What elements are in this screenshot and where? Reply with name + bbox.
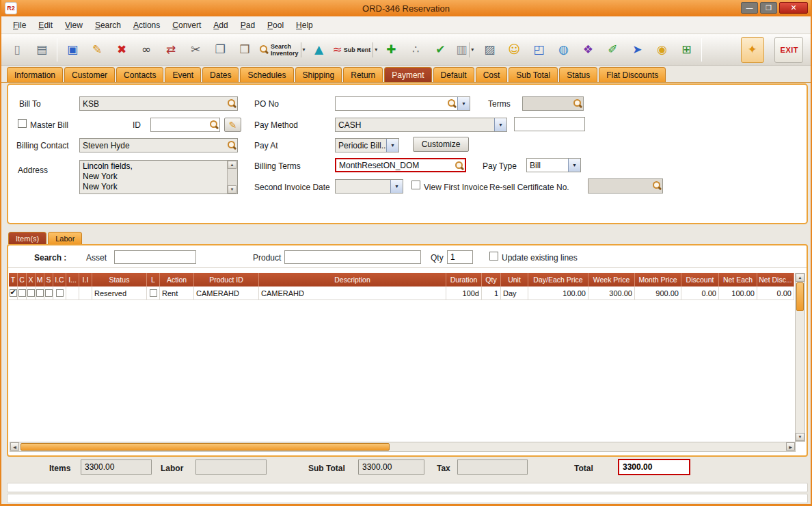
column-header-status[interactable]: Status — [92, 273, 147, 287]
customize-button[interactable]: Customize — [413, 137, 469, 152]
scroll-down-icon[interactable] — [228, 185, 236, 194]
new-document-button[interactable]: ▯ — [5, 37, 29, 63]
customer-smiley-button[interactable]: ☺ — [502, 37, 526, 63]
bill-to-search-icon[interactable] — [226, 97, 237, 110]
tab-customer[interactable]: Customer — [64, 67, 115, 82]
dropdown-arrow-icon[interactable]: ▾ — [469, 42, 474, 57]
tab-contacts[interactable]: Contacts — [116, 67, 163, 82]
column-header-t[interactable]: T — [9, 273, 18, 287]
column-header-product_id[interactable]: Product ID — [194, 273, 259, 287]
cut-button[interactable]: ✂ — [184, 37, 207, 63]
tab-event[interactable]: Event — [165, 67, 201, 82]
billing-terms-search-icon[interactable] — [454, 159, 465, 171]
dropdown-arrow-icon[interactable]: ▾ — [301, 42, 306, 57]
po-no-dropdown-arrow-icon[interactable] — [457, 97, 470, 110]
pay-at-dropdown-arrow-icon[interactable] — [386, 139, 398, 152]
print-button[interactable]: ▤ — [30, 37, 53, 63]
row-checkbox-ic[interactable] — [56, 289, 64, 297]
billing-contact-search-icon[interactable] — [226, 139, 237, 152]
tab-shipping[interactable]: Shipping — [295, 67, 342, 82]
column-header-month_price[interactable]: Month Price — [635, 273, 681, 287]
tab-flat-discounts[interactable]: Flat Discounts — [599, 67, 666, 82]
asset-input[interactable] — [114, 250, 196, 264]
resell-certificate-field[interactable] — [588, 178, 663, 194]
column-header-ic[interactable]: I.C — [53, 273, 66, 287]
address-box[interactable]: Lincoln fields, New York New York — [79, 160, 238, 194]
menu-item-search[interactable]: Search — [89, 18, 127, 33]
horizontal-scroll-thumb[interactable] — [21, 443, 390, 451]
menu-item-actions[interactable]: Actions — [127, 18, 166, 33]
address-scrollbar[interactable] — [227, 161, 237, 194]
column-header-idot[interactable]: I... — [66, 273, 79, 287]
transfer-boxes-button[interactable]: ⊞ — [675, 37, 698, 63]
pay-method-extra-field[interactable] — [514, 117, 585, 131]
row-checkbox-t[interactable] — [10, 289, 17, 297]
scroll-down-icon[interactable] — [796, 433, 804, 441]
row-checkbox-s[interactable] — [45, 289, 53, 297]
print-invoice-button[interactable]: ▨ — [478, 37, 501, 63]
column-header-action[interactable]: Action — [160, 273, 194, 287]
horizontal-scrollbar[interactable] — [10, 442, 796, 452]
key-button[interactable]: ➤ — [625, 37, 649, 63]
close-button[interactable]: ✕ — [779, 2, 808, 14]
tab-cost[interactable]: Cost — [476, 67, 508, 82]
globe-button[interactable]: ◍ — [552, 37, 575, 63]
vertical-scrollbar[interactable] — [795, 273, 805, 442]
vertical-scroll-thumb[interactable] — [796, 282, 804, 311]
package-button[interactable]: ◰ — [527, 37, 550, 63]
row-checkbox-m[interactable] — [36, 289, 44, 297]
scroll-right-icon[interactable] — [786, 442, 795, 451]
column-header-qty[interactable]: Qty — [482, 273, 501, 287]
qty-input[interactable] — [447, 250, 473, 264]
exit-button[interactable]: EXIT — [774, 37, 803, 63]
pay-method-dropdown-arrow-icon[interactable] — [494, 118, 506, 131]
menu-item-convert[interactable]: Convert — [166, 18, 207, 33]
billing-terms-field[interactable]: MonthResetON_DOM — [335, 158, 466, 172]
coins-button[interactable]: ◉ — [650, 37, 673, 63]
tab-dates[interactable]: Dates — [202, 67, 239, 82]
update-existing-lines-checkbox[interactable] — [489, 252, 498, 261]
column-header-net_disc[interactable]: Net Disc... — [757, 273, 794, 287]
search-inventory-button[interactable]: SearchInventory▾ — [258, 37, 306, 63]
find-binoculars-button[interactable]: ∞ — [135, 37, 158, 63]
terms-search-icon[interactable] — [572, 97, 583, 110]
po-no-field[interactable] — [335, 96, 470, 111]
save-button[interactable]: ▣ — [61, 37, 84, 63]
column-header-week_price[interactable]: Week Price — [588, 273, 635, 287]
column-header-discount[interactable]: Discount — [681, 273, 719, 287]
notes-check-button[interactable]: ✔ — [429, 37, 452, 63]
edit-id-button[interactable] — [224, 118, 241, 132]
pool-spheres-button[interactable]: ∴ — [404, 37, 427, 63]
tab-sub-total[interactable]: Sub Total — [509, 67, 558, 82]
id-search-icon[interactable] — [208, 118, 219, 131]
id-field[interactable] — [150, 118, 220, 132]
column-header-x[interactable]: X — [27, 273, 36, 287]
edit-pencil-button[interactable]: ✎ — [85, 37, 109, 63]
tab-schedules[interactable]: Schedules — [240, 67, 293, 82]
column-header-c[interactable]: C — [18, 273, 27, 287]
maximize-button[interactable]: ❐ — [760, 2, 777, 14]
tab-default[interactable]: Default — [433, 67, 474, 82]
view-first-invoice-checkbox[interactable] — [411, 181, 420, 189]
scroll-left-icon[interactable] — [10, 442, 19, 451]
second-invoice-dropdown-arrow-icon[interactable] — [390, 180, 403, 193]
rolls-button[interactable]: ▥▾ — [453, 37, 476, 63]
items-tab-labor[interactable]: Labor — [48, 232, 82, 244]
column-header-l[interactable]: L — [147, 273, 160, 287]
product-input[interactable] — [284, 250, 421, 264]
second-invoice-date-combobox[interactable] — [335, 179, 403, 194]
menu-item-pad[interactable]: Pad — [234, 18, 261, 33]
bill-to-field[interactable]: KSB — [79, 96, 238, 111]
row-checkbox-c[interactable] — [18, 289, 26, 297]
convert-document-button[interactable]: ⇄ — [159, 37, 182, 63]
pay-type-combobox[interactable]: Bill — [526, 158, 581, 172]
paste-button[interactable]: ❒ — [233, 37, 256, 63]
menu-item-edit[interactable]: Edit — [32, 18, 59, 33]
billing-contact-field[interactable]: Steven Hyde — [79, 138, 238, 152]
items-tab-item-s-[interactable]: Item(s) — [8, 232, 46, 244]
column-header-duration[interactable]: Duration — [446, 273, 482, 287]
column-header-day_each_price[interactable]: Day/Each Price — [528, 273, 588, 287]
menu-item-help[interactable]: Help — [290, 18, 319, 33]
add-item-button[interactable]: ✚ — [379, 37, 403, 63]
table-row[interactable]: ReservedRentCAMERAHDCAMERAHD100d1Day100.… — [9, 287, 794, 300]
